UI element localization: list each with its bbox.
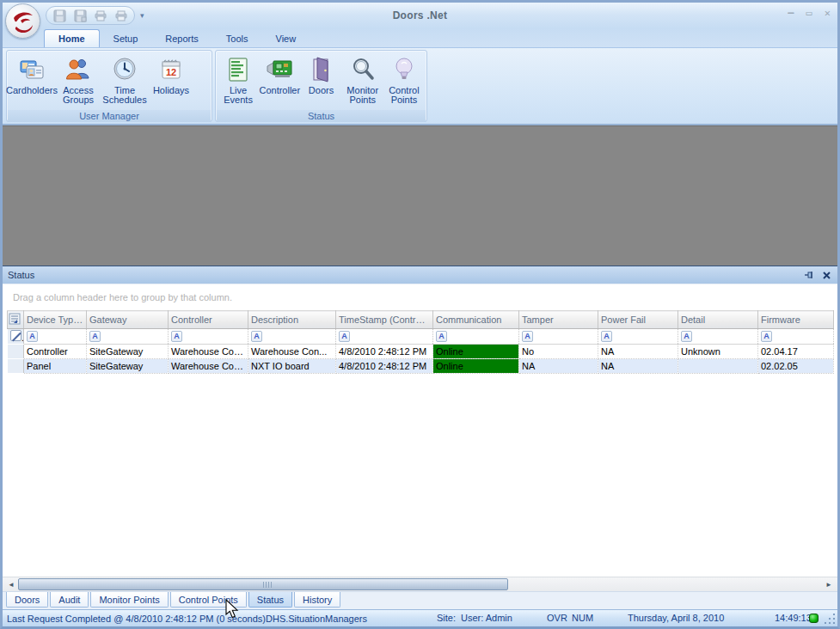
tab-tools[interactable]: Tools <box>212 29 262 47</box>
cell-firmware[interactable]: 02.02.05 <box>758 359 834 374</box>
cell-device-type[interactable]: Controller <box>24 345 87 359</box>
column-header-tamper[interactable]: Tamper <box>519 311 598 329</box>
cell-device-type[interactable]: Panel <box>24 359 87 374</box>
tab-doors[interactable]: Doors <box>6 592 48 608</box>
filter-cell[interactable]: A <box>169 329 248 345</box>
scrollbar-thumb[interactable] <box>18 578 508 590</box>
text-filter-icon[interactable]: A <box>522 331 533 342</box>
text-filter-icon[interactable]: A <box>27 331 38 342</box>
cell-gateway[interactable]: SiteGateway <box>87 359 169 374</box>
cell-tamper[interactable]: No <box>519 345 598 359</box>
column-header-detail[interactable]: Detail <box>678 311 758 329</box>
ribbon-button-label: Holidays <box>153 86 189 95</box>
filter-cell[interactable]: A <box>87 329 169 345</box>
controller-button[interactable]: Controller <box>259 53 300 110</box>
time-schedules-icon <box>110 55 139 84</box>
group-by-box[interactable]: Drag a column header here to group by th… <box>3 284 837 310</box>
scroll-right-icon[interactable]: ► <box>822 578 836 591</box>
cell-gateway[interactable]: SiteGateway <box>87 345 169 359</box>
column-header-controller[interactable]: Controller <box>169 311 248 329</box>
column-header-communication[interactable]: Communication <box>433 311 519 329</box>
column-header-firmware[interactable]: Firmware <box>758 311 834 329</box>
ribbon-button-label: Doors <box>309 86 334 95</box>
filter-cell[interactable]: A <box>24 329 87 345</box>
tab-status[interactable]: Status <box>248 592 292 608</box>
live-events-button[interactable]: Live Events <box>218 53 259 110</box>
tab-home[interactable]: Home <box>44 29 100 47</box>
cardholders-button[interactable]: Cardholders <box>9 53 55 110</box>
bottom-tab-strip: Doors Audit Monitor Points Control Point… <box>3 591 837 609</box>
table-row[interactable]: Panel SiteGateway Warehouse Con... NXT I… <box>8 359 834 374</box>
tab-control-points[interactable]: Control Points <box>170 592 247 608</box>
tab-history[interactable]: History <box>294 592 340 608</box>
cell-power-fail[interactable]: NA <box>598 345 678 359</box>
column-header-power-fail[interactable]: Power Fail <box>598 311 678 329</box>
cell-timestamp[interactable]: 4/8/2010 2:48:12 PM <box>336 345 433 359</box>
filter-cell[interactable]: A <box>519 329 598 345</box>
access-groups-button[interactable]: Access Groups <box>55 53 101 110</box>
text-filter-icon[interactable]: A <box>89 331 101 342</box>
cell-description[interactable]: NXT IO board <box>248 359 336 374</box>
access-groups-icon <box>64 55 93 84</box>
column-header-gateway[interactable]: Gateway <box>87 311 169 329</box>
text-filter-icon[interactable]: A <box>171 331 182 342</box>
column-header-description[interactable]: Description <box>248 311 336 329</box>
tab-setup[interactable]: Setup <box>100 29 152 47</box>
ribbon-group-user-manager: Cardholders Access Groups Time Schedules <box>6 50 212 122</box>
grid-corner-icon[interactable] <box>8 311 24 329</box>
auto-hide-pin-icon[interactable] <box>803 269 815 281</box>
cell-controller[interactable]: Warehouse Con... <box>169 359 248 374</box>
resize-grip[interactable] <box>825 614 836 625</box>
holidays-button[interactable]: 12 Holidays <box>148 53 194 110</box>
monitor-points-button[interactable]: Monitor Points <box>342 53 383 110</box>
text-filter-icon[interactable]: A <box>251 331 262 342</box>
column-header-timestamp[interactable]: TimeStamp (Controller) <box>336 311 433 329</box>
filter-cell[interactable]: A <box>336 329 433 345</box>
tab-monitor-points[interactable]: Monitor Points <box>90 592 168 608</box>
status-panel-title: Status <box>8 270 34 280</box>
cell-detail[interactable] <box>678 359 758 374</box>
filter-cell[interactable]: A <box>758 329 834 345</box>
horizontal-scrollbar[interactable]: ◄ ► <box>3 577 837 591</box>
maximize-button[interactable]: ▭ <box>806 8 812 18</box>
filter-cell[interactable]: A <box>598 329 678 345</box>
cell-communication-online[interactable]: Online <box>433 359 519 374</box>
close-button[interactable]: ✕ <box>825 8 831 18</box>
time-display: 14:49:13 <box>775 613 812 623</box>
cell-tamper[interactable]: NA <box>519 359 598 374</box>
cell-timestamp[interactable]: 4/8/2010 2:48:12 PM <box>336 359 433 374</box>
filter-cell[interactable]: A <box>433 329 519 345</box>
time-schedules-button[interactable]: Time Schedules <box>101 53 148 110</box>
text-filter-icon[interactable]: A <box>681 331 692 342</box>
tab-audit[interactable]: Audit <box>50 592 89 608</box>
doors-button[interactable]: Doors <box>300 53 341 110</box>
keri-eagle-logo-icon <box>10 9 36 34</box>
cell-description[interactable]: Warehouse Con... <box>248 345 336 359</box>
text-filter-icon[interactable]: A <box>339 331 350 342</box>
cell-communication-online[interactable]: Online <box>433 345 519 359</box>
connection-status-icon <box>809 614 819 623</box>
grid-empty-area <box>3 396 837 577</box>
cell-power-fail[interactable]: NA <box>598 359 678 374</box>
row-indicator <box>8 345 24 359</box>
clear-filter-icon[interactable] <box>10 330 21 341</box>
application-menu-button[interactable] <box>5 3 40 39</box>
control-points-button[interactable]: Control Points <box>383 53 425 110</box>
cell-detail[interactable]: Unknown <box>678 345 758 359</box>
close-panel-icon[interactable] <box>820 269 832 281</box>
tab-reports[interactable]: Reports <box>151 29 212 47</box>
column-header-device-type[interactable]: Device Type <box>24 311 87 329</box>
filter-cell[interactable]: A <box>678 329 758 345</box>
filter-cell[interactable]: A <box>248 329 336 345</box>
tab-view[interactable]: View <box>262 29 310 47</box>
text-filter-icon[interactable]: A <box>436 331 447 342</box>
last-request-message: Last Request Completed @ 4/8/2010 2:48:1… <box>7 614 367 624</box>
scroll-left-icon[interactable]: ◄ <box>4 578 18 591</box>
text-filter-icon[interactable]: A <box>761 331 772 342</box>
cell-firmware[interactable]: 02.04.17 <box>758 345 834 359</box>
text-filter-icon[interactable]: A <box>601 331 612 342</box>
minimize-button[interactable]: – <box>788 8 794 18</box>
cell-controller[interactable]: Warehouse Con... <box>169 345 248 359</box>
live-events-icon <box>224 55 253 84</box>
table-row[interactable]: Controller SiteGateway Warehouse Con... … <box>8 345 834 359</box>
